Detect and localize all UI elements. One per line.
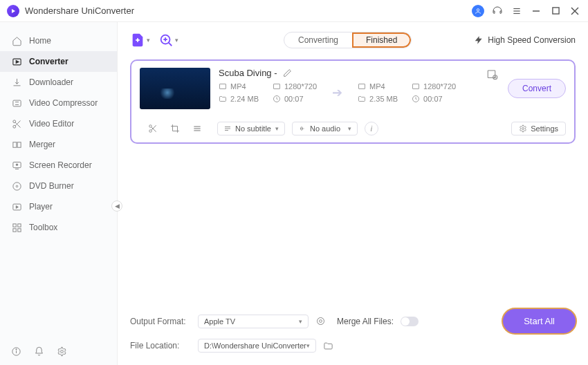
target-duration: 00:07 bbox=[423, 95, 443, 103]
target-icon[interactable] bbox=[315, 316, 326, 326]
add-url-button[interactable]: ▾ bbox=[158, 32, 178, 48]
target-resolution: 1280*720 bbox=[423, 82, 456, 91]
svg-point-59 bbox=[318, 318, 324, 325]
trim-icon[interactable] bbox=[148, 124, 158, 133]
arrow-right-icon: ➔ bbox=[327, 85, 348, 100]
svg-rect-5 bbox=[552, 8, 558, 14]
account-avatar-icon[interactable] bbox=[472, 5, 484, 17]
source-size: 2.24 MB bbox=[230, 95, 259, 103]
sidebar-item-compressor[interactable]: Video Compressor bbox=[0, 93, 117, 113]
grid-icon bbox=[11, 222, 22, 233]
rename-icon[interactable] bbox=[283, 68, 292, 77]
collapse-sidebar-button[interactable]: ◀ bbox=[111, 200, 122, 212]
support-icon[interactable] bbox=[491, 5, 504, 17]
sidebar-item-downloader[interactable]: Downloader bbox=[0, 72, 117, 93]
sidebar-item-editor[interactable]: Video Editor bbox=[0, 113, 117, 134]
sidebar-item-label: DVD Burner bbox=[29, 181, 74, 191]
video-thumbnail[interactable] bbox=[140, 68, 210, 109]
sidebar-item-merger[interactable]: Merger bbox=[0, 134, 117, 155]
subtitle-select[interactable]: No subtitle ▾ bbox=[217, 122, 285, 135]
svg-rect-16 bbox=[17, 142, 21, 147]
minimize-button[interactable] bbox=[530, 5, 542, 17]
converter-icon bbox=[11, 56, 22, 67]
source-duration: 00:07 bbox=[284, 95, 304, 103]
output-preset-icon[interactable] bbox=[486, 68, 499, 82]
sidebar-item-label: Downloader bbox=[29, 77, 73, 87]
output-format-select[interactable]: Apple TV ▾ bbox=[198, 315, 309, 328]
chevron-down-icon: ▾ bbox=[147, 37, 150, 44]
sidebar-item-home[interactable]: Home bbox=[0, 30, 117, 51]
audio-value: No audio bbox=[310, 124, 340, 133]
svg-rect-33 bbox=[137, 38, 138, 42]
file-location-select[interactable]: D:\Wondershare UniConverter ▾ bbox=[198, 339, 316, 353]
compress-icon bbox=[11, 97, 22, 109]
audio-select[interactable]: No audio ▾ bbox=[292, 122, 358, 135]
high-speed-toggle[interactable]: High Speed Conversion bbox=[474, 35, 576, 45]
svg-rect-41 bbox=[359, 84, 365, 89]
svg-point-11 bbox=[12, 120, 15, 122]
crop-icon[interactable] bbox=[170, 124, 180, 133]
sidebar-item-converter[interactable]: Converter bbox=[0, 51, 117, 72]
svg-point-31 bbox=[61, 350, 64, 353]
chevron-down-icon: ▾ bbox=[275, 125, 279, 132]
sidebar-item-label: Home bbox=[29, 36, 51, 46]
start-all-button[interactable]: Start All bbox=[503, 309, 576, 333]
svg-point-0 bbox=[477, 8, 479, 10]
open-folder-icon[interactable] bbox=[323, 341, 333, 351]
convert-button[interactable]: Convert bbox=[508, 79, 566, 98]
svg-rect-10 bbox=[12, 100, 20, 106]
add-file-button[interactable]: ▾ bbox=[130, 32, 150, 48]
tab-converting[interactable]: Converting bbox=[284, 32, 352, 48]
file-location-value: D:\Wondershare UniConverter bbox=[204, 341, 306, 350]
chevron-down-icon: ▾ bbox=[175, 37, 178, 44]
svg-point-30 bbox=[16, 349, 17, 350]
target-size: 2.35 MB bbox=[369, 95, 398, 103]
subtitle-value: No subtitle bbox=[235, 124, 271, 133]
sidebar-item-label: Video Compressor bbox=[29, 98, 98, 108]
sidebar-item-recorder[interactable]: Screen Recorder bbox=[0, 155, 117, 176]
file-location-label: File Location: bbox=[130, 341, 191, 350]
sidebar-item-label: Merger bbox=[29, 140, 55, 149]
toolbar: ▾ ▾ Converting Finished High Speed Conve… bbox=[130, 26, 576, 54]
svg-marker-23 bbox=[16, 205, 18, 208]
svg-point-60 bbox=[320, 320, 322, 323]
chevron-down-icon: ▾ bbox=[299, 318, 302, 325]
svg-rect-38 bbox=[220, 84, 226, 89]
tab-segmented: Converting Finished bbox=[284, 32, 412, 48]
bottom-bar: Output Format: Apple TV ▾ Merge All File… bbox=[130, 303, 576, 358]
file-card: Scuba Diving - MP4 1280*720 2.24 MB 00:0… bbox=[130, 59, 576, 144]
output-format-value: Apple TV bbox=[204, 317, 235, 326]
more-icon[interactable] bbox=[192, 124, 202, 133]
source-resolution: 1280*720 bbox=[284, 82, 317, 91]
settings-label: Settings bbox=[531, 124, 558, 133]
svg-rect-26 bbox=[12, 228, 15, 231]
svg-rect-24 bbox=[12, 223, 15, 226]
sidebar-item-label: Video Editor bbox=[29, 119, 74, 129]
info-icon[interactable] bbox=[11, 346, 21, 357]
download-icon bbox=[11, 77, 22, 88]
disc-icon bbox=[11, 180, 22, 191]
svg-point-46 bbox=[149, 125, 152, 128]
close-button[interactable] bbox=[569, 5, 581, 17]
sidebar-item-dvd[interactable]: DVD Burner bbox=[0, 176, 117, 196]
high-speed-label: High Speed Conversion bbox=[488, 35, 576, 45]
svg-rect-42 bbox=[413, 84, 419, 89]
menu-icon[interactable] bbox=[511, 5, 523, 17]
recorder-icon bbox=[11, 160, 22, 171]
settings-icon[interactable] bbox=[57, 346, 67, 357]
info-circle-button[interactable]: i bbox=[365, 122, 378, 135]
tab-finished[interactable]: Finished bbox=[352, 32, 411, 48]
chevron-down-icon: ▾ bbox=[348, 125, 351, 132]
sidebar-item-toolbox[interactable]: Toolbox bbox=[0, 217, 117, 238]
bolt-icon bbox=[474, 35, 484, 45]
merge-toggle[interactable] bbox=[401, 317, 419, 326]
file-settings-button[interactable]: Settings bbox=[511, 122, 566, 135]
chevron-down-icon: ▾ bbox=[306, 342, 310, 349]
svg-point-20 bbox=[12, 182, 20, 189]
sidebar-item-player[interactable]: Player bbox=[0, 196, 117, 217]
app-logo-icon bbox=[7, 5, 19, 17]
svg-rect-25 bbox=[17, 223, 20, 226]
bell-icon[interactable] bbox=[34, 346, 44, 357]
app-title: Wondershare UniConverter bbox=[25, 6, 134, 16]
maximize-button[interactable] bbox=[549, 5, 562, 17]
